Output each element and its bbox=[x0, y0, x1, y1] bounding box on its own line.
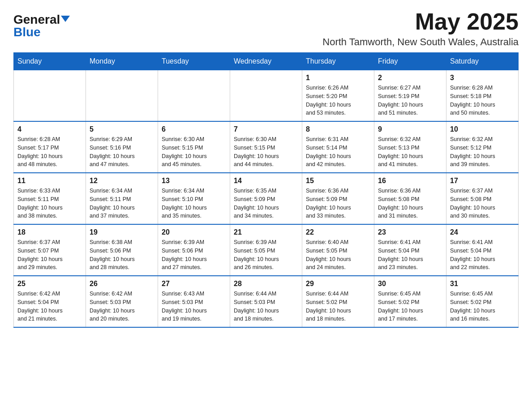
calendar-cell bbox=[14, 70, 86, 122]
day-number: 20 bbox=[162, 228, 226, 236]
calendar-cell bbox=[230, 70, 302, 122]
day-number: 28 bbox=[234, 280, 298, 288]
day-number: 4 bbox=[17, 125, 82, 133]
weekday-header-row: SundayMondayTuesdayWednesdayThursdayFrid… bbox=[14, 53, 519, 70]
calendar-cell bbox=[158, 70, 230, 122]
calendar-cell: 11Sunrise: 6:33 AMSunset: 5:11 PMDayligh… bbox=[14, 173, 86, 224]
day-info: Sunrise: 6:32 AMSunset: 5:13 PMDaylight:… bbox=[378, 135, 442, 169]
calendar-cell: 6Sunrise: 6:30 AMSunset: 5:15 PMDaylight… bbox=[158, 121, 230, 173]
day-info: Sunrise: 6:29 AMSunset: 5:16 PMDaylight:… bbox=[90, 135, 154, 169]
weekday-header-monday: Monday bbox=[86, 53, 158, 70]
day-info: Sunrise: 6:41 AMSunset: 5:04 PMDaylight:… bbox=[378, 238, 442, 272]
day-info: Sunrise: 6:36 AMSunset: 5:09 PMDaylight:… bbox=[306, 187, 370, 220]
day-number: 13 bbox=[162, 177, 226, 185]
calendar-cell: 15Sunrise: 6:36 AMSunset: 5:09 PMDayligh… bbox=[302, 173, 374, 224]
calendar-cell: 10Sunrise: 6:32 AMSunset: 5:12 PMDayligh… bbox=[446, 121, 519, 173]
calendar-cell: 3Sunrise: 6:28 AMSunset: 5:18 PMDaylight… bbox=[446, 70, 519, 122]
day-info: Sunrise: 6:30 AMSunset: 5:15 PMDaylight:… bbox=[162, 135, 226, 169]
day-number: 18 bbox=[17, 228, 82, 236]
day-number: 1 bbox=[306, 74, 370, 82]
location-subtitle: North Tamworth, New South Wales, Austral… bbox=[322, 36, 519, 48]
calendar-cell: 29Sunrise: 6:44 AMSunset: 5:02 PMDayligh… bbox=[302, 276, 374, 327]
calendar-cell: 14Sunrise: 6:35 AMSunset: 5:09 PMDayligh… bbox=[230, 173, 302, 224]
day-info: Sunrise: 6:42 AMSunset: 5:04 PMDaylight:… bbox=[17, 290, 82, 323]
day-number: 24 bbox=[450, 228, 515, 236]
day-info: Sunrise: 6:44 AMSunset: 5:02 PMDaylight:… bbox=[306, 290, 370, 323]
day-info: Sunrise: 6:41 AMSunset: 5:04 PMDaylight:… bbox=[450, 238, 515, 272]
week-row-2: 4Sunrise: 6:28 AMSunset: 5:17 PMDaylight… bbox=[14, 121, 519, 173]
day-info: Sunrise: 6:28 AMSunset: 5:18 PMDaylight:… bbox=[450, 84, 515, 117]
logo-blue-text: Blue bbox=[13, 26, 41, 39]
calendar-cell bbox=[86, 70, 158, 122]
day-info: Sunrise: 6:28 AMSunset: 5:17 PMDaylight:… bbox=[17, 135, 82, 169]
day-info: Sunrise: 6:44 AMSunset: 5:03 PMDaylight:… bbox=[234, 290, 298, 323]
day-info: Sunrise: 6:40 AMSunset: 5:05 PMDaylight:… bbox=[306, 238, 370, 272]
day-info: Sunrise: 6:39 AMSunset: 5:06 PMDaylight:… bbox=[162, 238, 226, 272]
header: General Blue May 2025 North Tamworth, Ne… bbox=[13, 9, 519, 48]
calendar-cell: 18Sunrise: 6:37 AMSunset: 5:07 PMDayligh… bbox=[14, 224, 86, 276]
day-number: 12 bbox=[90, 177, 154, 185]
calendar-cell: 30Sunrise: 6:45 AMSunset: 5:02 PMDayligh… bbox=[374, 276, 446, 327]
calendar-cell: 20Sunrise: 6:39 AMSunset: 5:06 PMDayligh… bbox=[158, 224, 230, 276]
day-info: Sunrise: 6:39 AMSunset: 5:05 PMDaylight:… bbox=[234, 238, 298, 272]
day-info: Sunrise: 6:32 AMSunset: 5:12 PMDaylight:… bbox=[450, 135, 515, 169]
calendar-cell: 19Sunrise: 6:38 AMSunset: 5:06 PMDayligh… bbox=[86, 224, 158, 276]
day-info: Sunrise: 6:27 AMSunset: 5:19 PMDaylight:… bbox=[378, 84, 442, 117]
weekday-header-friday: Friday bbox=[374, 53, 446, 70]
calendar-cell: 9Sunrise: 6:32 AMSunset: 5:13 PMDaylight… bbox=[374, 121, 446, 173]
day-number: 26 bbox=[90, 280, 154, 288]
calendar-cell: 4Sunrise: 6:28 AMSunset: 5:17 PMDaylight… bbox=[14, 121, 86, 173]
logo-general-text: General bbox=[13, 13, 60, 26]
week-row-5: 25Sunrise: 6:42 AMSunset: 5:04 PMDayligh… bbox=[14, 276, 519, 327]
week-row-1: 1Sunrise: 6:26 AMSunset: 5:20 PMDaylight… bbox=[14, 70, 519, 122]
calendar-cell: 26Sunrise: 6:42 AMSunset: 5:03 PMDayligh… bbox=[86, 276, 158, 327]
day-info: Sunrise: 6:38 AMSunset: 5:06 PMDaylight:… bbox=[90, 238, 154, 272]
title-area: May 2025 North Tamworth, New South Wales… bbox=[322, 9, 519, 48]
weekday-header-saturday: Saturday bbox=[446, 53, 519, 70]
day-number: 25 bbox=[17, 280, 82, 288]
weekday-header-tuesday: Tuesday bbox=[158, 53, 230, 70]
day-number: 31 bbox=[450, 280, 515, 288]
day-info: Sunrise: 6:31 AMSunset: 5:14 PMDaylight:… bbox=[306, 135, 370, 169]
day-info: Sunrise: 6:34 AMSunset: 5:11 PMDaylight:… bbox=[90, 187, 154, 220]
day-number: 17 bbox=[450, 177, 515, 185]
day-number: 8 bbox=[306, 125, 370, 133]
calendar-cell: 27Sunrise: 6:43 AMSunset: 5:03 PMDayligh… bbox=[158, 276, 230, 327]
calendar-cell: 23Sunrise: 6:41 AMSunset: 5:04 PMDayligh… bbox=[374, 224, 446, 276]
day-info: Sunrise: 6:45 AMSunset: 5:02 PMDaylight:… bbox=[378, 290, 442, 323]
week-row-4: 18Sunrise: 6:37 AMSunset: 5:07 PMDayligh… bbox=[14, 224, 519, 276]
calendar-cell: 31Sunrise: 6:45 AMSunset: 5:02 PMDayligh… bbox=[446, 276, 519, 327]
day-number: 10 bbox=[450, 125, 515, 133]
day-info: Sunrise: 6:42 AMSunset: 5:03 PMDaylight:… bbox=[90, 290, 154, 323]
calendar-cell: 8Sunrise: 6:31 AMSunset: 5:14 PMDaylight… bbox=[302, 121, 374, 173]
calendar-cell: 5Sunrise: 6:29 AMSunset: 5:16 PMDaylight… bbox=[86, 121, 158, 173]
day-number: 29 bbox=[306, 280, 370, 288]
calendar-cell: 16Sunrise: 6:36 AMSunset: 5:08 PMDayligh… bbox=[374, 173, 446, 224]
logo: General Blue bbox=[13, 13, 70, 39]
calendar-cell: 7Sunrise: 6:30 AMSunset: 5:15 PMDaylight… bbox=[230, 121, 302, 173]
day-info: Sunrise: 6:43 AMSunset: 5:03 PMDaylight:… bbox=[162, 290, 226, 323]
calendar-cell: 1Sunrise: 6:26 AMSunset: 5:20 PMDaylight… bbox=[302, 70, 374, 122]
day-info: Sunrise: 6:33 AMSunset: 5:11 PMDaylight:… bbox=[17, 187, 82, 220]
calendar-cell: 21Sunrise: 6:39 AMSunset: 5:05 PMDayligh… bbox=[230, 224, 302, 276]
calendar-cell: 25Sunrise: 6:42 AMSunset: 5:04 PMDayligh… bbox=[14, 276, 86, 327]
day-number: 21 bbox=[234, 228, 298, 236]
day-number: 3 bbox=[450, 74, 515, 82]
day-number: 15 bbox=[306, 177, 370, 185]
day-number: 14 bbox=[234, 177, 298, 185]
day-info: Sunrise: 6:37 AMSunset: 5:07 PMDaylight:… bbox=[17, 238, 82, 272]
day-info: Sunrise: 6:37 AMSunset: 5:08 PMDaylight:… bbox=[450, 187, 515, 220]
calendar-cell: 28Sunrise: 6:44 AMSunset: 5:03 PMDayligh… bbox=[230, 276, 302, 327]
day-info: Sunrise: 6:36 AMSunset: 5:08 PMDaylight:… bbox=[378, 187, 442, 220]
calendar-cell: 13Sunrise: 6:34 AMSunset: 5:10 PMDayligh… bbox=[158, 173, 230, 224]
weekday-header-sunday: Sunday bbox=[14, 53, 86, 70]
day-info: Sunrise: 6:26 AMSunset: 5:20 PMDaylight:… bbox=[306, 84, 370, 117]
day-info: Sunrise: 6:34 AMSunset: 5:10 PMDaylight:… bbox=[162, 187, 226, 220]
weekday-header-thursday: Thursday bbox=[302, 53, 374, 70]
day-number: 22 bbox=[306, 228, 370, 236]
day-number: 9 bbox=[378, 125, 442, 133]
day-number: 23 bbox=[378, 228, 442, 236]
day-number: 5 bbox=[90, 125, 154, 133]
month-year-title: May 2025 bbox=[322, 9, 519, 34]
calendar-cell: 12Sunrise: 6:34 AMSunset: 5:11 PMDayligh… bbox=[86, 173, 158, 224]
